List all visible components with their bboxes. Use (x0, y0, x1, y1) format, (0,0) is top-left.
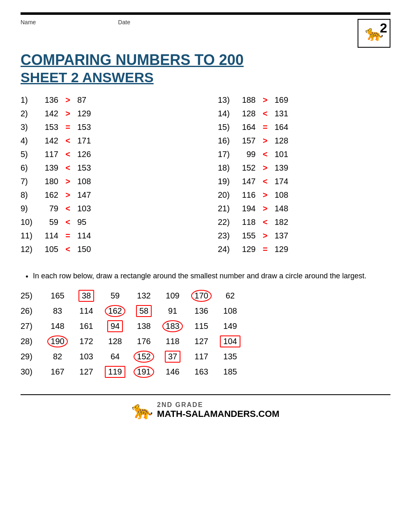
prob-val2: 126 (74, 150, 97, 159)
prob-num: 2) (21, 109, 39, 118)
prob-val1: 129 (236, 245, 259, 254)
grid-row-num: 27) (21, 322, 43, 331)
grid-cell: 152 (129, 351, 158, 363)
prob-op: = (259, 123, 271, 132)
prob-op: > (62, 190, 74, 200)
grid-cell: 185 (216, 367, 245, 377)
prob-op: < (62, 150, 74, 159)
logo-box: 🐆 2 (358, 19, 390, 48)
problem-row: 13) 188 > 169 (218, 95, 390, 105)
prob-val1: 128 (236, 109, 259, 118)
prob-num: 5) (21, 150, 39, 159)
title-line2: SHEET 2 ANSWERS (21, 69, 390, 86)
problem-row: 15) 164 = 164 (218, 123, 390, 132)
grid-cell: 149 (216, 322, 245, 331)
grid-cell: 148 (43, 322, 72, 331)
prob-num: 4) (21, 136, 39, 146)
grid-cell: 58 (129, 305, 158, 317)
prob-val1: 105 (39, 245, 62, 254)
title-line1: COMPARING NUMBERS TO 200 (21, 51, 390, 69)
prob-op: < (62, 136, 74, 146)
grid-row: 27)14816194138183115149 (21, 320, 390, 332)
grid-cell: 108 (216, 306, 245, 316)
grid-cell: 183 (158, 320, 187, 332)
prob-op: = (62, 231, 74, 241)
prob-op: < (62, 217, 74, 227)
prob-val1: 114 (39, 231, 62, 241)
prob-val2: 150 (74, 245, 97, 254)
problems-section: 1) 136 > 87 2) 142 > 129 3) 153 = 153 4)… (21, 95, 390, 258)
grid-row: 26)831141625891136108 (21, 305, 390, 317)
prob-val2: 164 (271, 123, 294, 132)
prob-op: < (259, 150, 271, 159)
prob-val1: 117 (39, 150, 62, 159)
grid-cell: 190 (43, 335, 72, 347)
problem-row: 1) 136 > 87 (21, 95, 193, 105)
prob-val1: 59 (39, 217, 62, 227)
problem-row: 21) 194 > 148 (218, 204, 390, 213)
grid-cell: 94 (101, 320, 129, 332)
prob-op: < (62, 245, 74, 254)
prob-num: 11) (21, 231, 39, 241)
top-border (21, 12, 390, 15)
problem-row: 3) 153 = 153 (21, 123, 193, 132)
prob-val1: 147 (236, 177, 259, 186)
prob-num: 20) (218, 190, 236, 200)
grid-cell: 132 (129, 291, 158, 301)
grid-cell: 37 (158, 351, 187, 363)
prob-num: 12) (21, 245, 39, 254)
grid-row: 30)167127119191146163185 (21, 366, 390, 378)
footer-animal: 🐆 (132, 400, 153, 420)
grid-cell: 104 (216, 335, 245, 347)
problem-row: 2) 142 > 129 (21, 109, 193, 118)
prob-op: > (259, 95, 271, 105)
prob-val2: 87 (74, 95, 97, 105)
footer: 🐆 2ND GRADE MATH-SALAMANDERS.COM (21, 394, 390, 420)
grid-cell: 170 (187, 290, 216, 302)
prob-val1: 118 (236, 217, 259, 227)
prob-val2: 174 (271, 177, 294, 186)
prob-num: 7) (21, 177, 39, 186)
problem-row: 6) 139 < 153 (21, 163, 193, 173)
prob-val2: 153 (74, 123, 97, 132)
prob-num: 6) (21, 163, 39, 173)
prob-val1: 157 (236, 136, 259, 146)
prob-val2: 103 (74, 204, 97, 213)
prob-val1: 180 (39, 177, 62, 186)
grid-row: 28)190172128176118127104 (21, 335, 390, 347)
prob-val2: 108 (74, 177, 97, 186)
grid-cell: 136 (187, 306, 216, 316)
grid-cell: 64 (101, 352, 129, 361)
prob-val1: 99 (236, 150, 259, 159)
prob-val2: 139 (271, 163, 294, 173)
grid-row-num: 26) (21, 306, 43, 316)
prob-val1: 153 (39, 123, 62, 132)
prob-num: 1) (21, 95, 39, 105)
prob-op: < (259, 109, 271, 118)
grid-row-num: 25) (21, 291, 43, 301)
prob-val2: 131 (271, 109, 294, 118)
instruction-section: In each row below, draw a rectangle arou… (21, 271, 390, 282)
grid-cell: 38 (72, 290, 101, 302)
grid-cell: 115 (187, 322, 216, 331)
prob-val2: 101 (271, 150, 294, 159)
problem-row: 23) 155 > 137 (218, 231, 390, 241)
grid-cell: 163 (187, 367, 216, 377)
prob-num: 17) (218, 150, 236, 159)
prob-val2: 129 (74, 109, 97, 118)
problem-row: 17) 99 < 101 (218, 150, 390, 159)
grid-cell: 82 (43, 352, 72, 361)
prob-num: 16) (218, 136, 236, 146)
grid-cell: 161 (72, 322, 101, 331)
prob-num: 24) (218, 245, 236, 254)
prob-val1: 139 (39, 163, 62, 173)
grid-cell: 127 (72, 367, 101, 377)
prob-val2: 153 (74, 163, 97, 173)
grid-cell: 128 (101, 337, 129, 346)
prob-val1: 116 (236, 190, 259, 200)
problem-row: 7) 180 > 108 (21, 177, 193, 186)
footer-site: MATH-SALAMANDERS.COM (157, 409, 279, 419)
problem-row: 16) 157 > 128 (218, 136, 390, 146)
problem-row: 10) 59 < 95 (21, 217, 193, 227)
grid-cell: 167 (43, 367, 72, 377)
